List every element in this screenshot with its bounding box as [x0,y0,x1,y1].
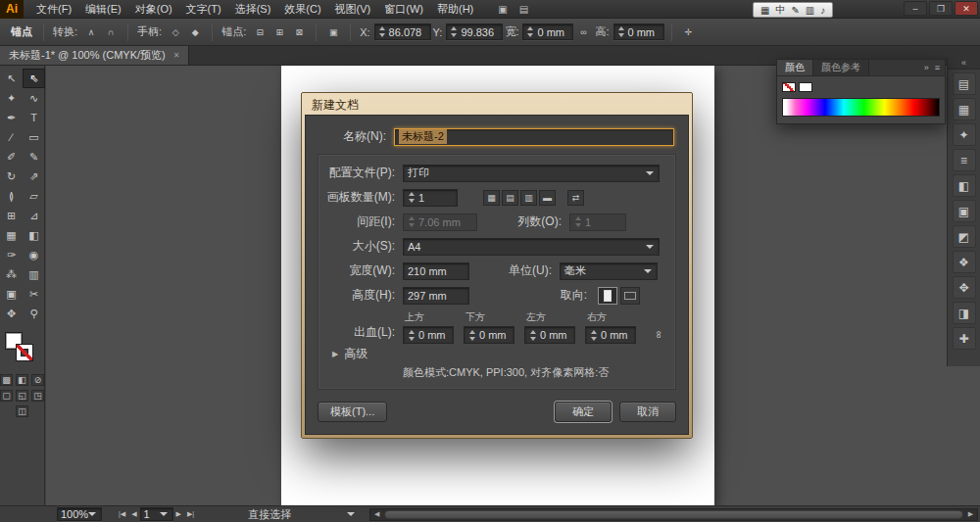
prev-artboard-button[interactable]: ◀ [131,510,136,518]
rectangle-tool[interactable]: ▭ [23,127,45,147]
right-to-left-layout-button[interactable]: ⇄ [567,190,584,206]
magic-wand-tool[interactable]: ✦ [0,88,23,108]
y-stepper[interactable] [450,26,458,37]
pencil-tool[interactable]: ✎ [23,147,45,166]
color-spectrum-bar[interactable] [782,98,940,117]
ime-pen-icon[interactable]: ✎ [791,5,799,16]
artboard-select[interactable]: 1 [140,507,173,521]
landscape-button[interactable] [620,287,640,305]
type-tool[interactable]: T [23,108,45,127]
height-input[interactable]: 297 mm [403,287,469,305]
x-stepper[interactable] [378,26,386,37]
first-artboard-button[interactable]: |◀ [119,510,125,518]
height-stepper[interactable] [617,26,625,37]
perspective-grid-tool[interactable]: ⊿ [23,206,45,225]
minimize-button[interactable]: – [904,1,927,16]
stroke-color-swatch[interactable] [16,344,33,361]
paintbrush-tool[interactable]: ✐ [0,147,23,166]
panel-menu-icon[interactable]: ≡ [935,63,940,72]
direct-selection-tool[interactable]: ⇖ [23,69,45,88]
add-anchor-button[interactable]: ⊞ [270,24,288,40]
height-input[interactable]: 0 mm [613,24,664,40]
menu-edit[interactable]: 编辑(E) [78,0,128,19]
expand-panels-button[interactable]: « [948,57,980,70]
draw-normal-button[interactable]: ▢ [0,390,13,402]
artboard-tool[interactable]: ▣ [0,284,23,304]
arrange-by-row-button[interactable]: ▥ [520,190,537,206]
dock-appearance-icon[interactable]: ◩ [953,225,976,248]
isolate-selection-button[interactable]: ▣ [324,24,342,40]
menu-effect[interactable]: 效果(C) [277,0,327,19]
profile-select[interactable]: 打印 [403,165,660,182]
document-layout-icon[interactable]: ▣ [498,4,507,15]
artboards-stepper[interactable] [408,192,416,203]
pen-tool[interactable]: ✒ [0,108,23,127]
transform-panel-icon[interactable]: ✛ [680,24,698,40]
size-select[interactable]: A4 [403,238,660,256]
tab-color[interactable]: 颜色 [777,60,813,75]
advanced-label[interactable]: 高级 [344,346,368,362]
selection-tool[interactable]: ↖ [0,69,23,88]
ime-grid-icon[interactable]: ▦ [760,5,769,16]
dock-gradient-icon[interactable]: ◧ [953,174,976,197]
bleed-top-stepper[interactable] [408,330,416,341]
zoom-tool[interactable]: ⚲ [23,304,45,323]
hide-handles-button[interactable]: ◆ [186,24,204,40]
horizontal-scrollbar[interactable]: ◀ ▶ [369,508,978,521]
menu-object[interactable]: 对象(O) [128,0,179,19]
dock-symbols-icon[interactable]: ✦ [953,123,976,146]
free-transform-tool[interactable]: ▱ [23,186,45,206]
name-input[interactable]: 未标题-2 [394,128,674,146]
dock-swatches-icon[interactable]: ▤ [953,72,976,95]
ime-toolbar[interactable]: ▦ 中 ✎ ▥ ♪ [753,2,833,18]
bleed-bottom-stepper[interactable] [468,330,476,341]
arrange-by-column-button[interactable]: ▬ [539,190,556,206]
none-button[interactable]: ⊘ [31,374,44,386]
dock-layers-icon[interactable]: ✥ [953,276,976,299]
template-button[interactable]: 模板(T)... [318,402,387,422]
bleed-left-input[interactable]: 0 mm [524,326,575,344]
link-dimensions-icon[interactable]: ∞ [574,24,592,40]
menu-help[interactable]: 帮助(H) [430,0,480,19]
grid-by-row-button[interactable]: ▦ [483,190,500,206]
restore-button[interactable]: ❐ [929,1,953,16]
dock-navigator-icon[interactable]: ✚ [953,327,976,350]
slice-tool[interactable]: ✂ [23,284,45,304]
x-input[interactable]: 86.078 [374,24,431,40]
eyedropper-tool[interactable]: ✑ [0,245,23,264]
bleed-bottom-input[interactable]: 0 mm [464,326,514,344]
dock-transparency-icon[interactable]: ▣ [953,200,976,222]
arrange-documents-icon[interactable]: ▤ [519,4,528,15]
convert-to-smooth-button[interactable]: ∩ [102,24,120,40]
expand-chevrons-icon[interactable]: » [924,63,929,72]
y-input[interactable]: 99.836 [446,24,503,40]
lasso-tool[interactable]: ∿ [23,88,45,108]
portrait-button[interactable] [598,287,617,305]
show-handles-button[interactable]: ◇ [167,24,184,40]
next-artboard-button[interactable]: ▶ [176,510,181,518]
dock-graphic-styles-icon[interactable]: ❖ [953,251,976,273]
width-input[interactable]: 210 mm [403,262,469,280]
bleed-left-stepper[interactable] [529,330,537,341]
column-graph-tool[interactable]: ▥ [23,264,45,284]
menu-type[interactable]: 文字(T) [179,0,228,19]
ok-button[interactable]: 确定 [555,402,612,422]
rotate-tool[interactable]: ↻ [0,166,23,186]
line-tool[interactable]: ∕ [0,127,23,147]
bleed-link-icon[interactable]: ∞ [651,327,668,343]
grid-by-column-button[interactable]: ▤ [502,190,518,206]
tab-color-guide[interactable]: 颜色参考 [813,60,869,75]
menu-view[interactable]: 视图(V) [328,0,378,19]
width-input[interactable]: 0 mm [522,24,573,40]
width-tool[interactable]: ≬ [0,186,23,206]
bleed-right-stepper[interactable] [590,330,598,341]
ime-keyboard-icon[interactable]: ▥ [806,5,814,16]
bleed-top-input[interactable]: 0 mm [403,326,454,344]
units-select[interactable]: 毫米 [560,262,658,280]
hand-tool[interactable]: ✥ [0,304,23,323]
draw-inside-button[interactable]: ◳ [31,390,44,402]
scrollbar-thumb[interactable] [384,510,963,519]
menu-file[interactable]: 文件(F) [29,0,78,19]
color-button[interactable]: ▩ [0,374,13,386]
zoom-select[interactable]: 100% [57,507,102,521]
